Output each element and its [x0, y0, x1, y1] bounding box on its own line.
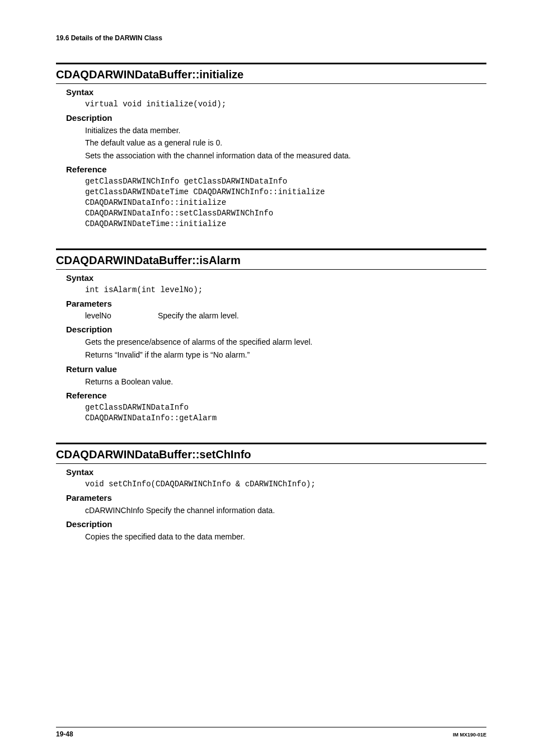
subhead-reference: Reference [66, 163, 486, 175]
section-gap [56, 229, 486, 243]
text-line: Gets the presence/absence of alarms of t… [85, 337, 486, 348]
subhead-parameters: Parameters [66, 492, 486, 504]
body-paragraph: Gets the presence/absence of alarms of t… [85, 337, 486, 360]
section-rule-heavy [56, 63, 486, 64]
body-paragraph: cDARWINChInfo Specify the channel inform… [85, 505, 486, 516]
parameter-row: levelNo Specify the alarm level. [85, 311, 486, 322]
code-block: getClassDARWINDataInfo CDAQDARWINDataInf… [85, 402, 486, 424]
text-line: Returns “Invalid” if the alarm type is “… [85, 350, 486, 361]
subhead-description: Description [66, 323, 486, 335]
code-block: int isAlarm(int levelNo); [85, 285, 486, 295]
body-paragraph: Copies the specified data to the data me… [85, 532, 486, 543]
section-rule-light [56, 269, 486, 270]
text-line: cDARWINChInfo Specify the channel inform… [85, 505, 486, 516]
section-rule-heavy [56, 443, 486, 444]
subhead-return-value: Return value [66, 363, 486, 375]
text-line: Sets the association with the channel in… [85, 151, 486, 162]
subhead-syntax: Syntax [66, 86, 486, 98]
code-block: getClassDARWINChInfo getClassDARWINDataI… [85, 176, 486, 229]
code-block: virtual void initialize(void); [85, 99, 486, 110]
text-line: Returns a Boolean value. [85, 377, 486, 388]
subhead-reference: Reference [66, 389, 486, 401]
body-paragraph: Returns a Boolean value. [85, 377, 486, 388]
section-gap [56, 424, 486, 437]
page-footer: 19-48 IM MX190-01E [56, 727, 486, 739]
running-head: 19.6 Details of the DARWIN Class [56, 34, 486, 43]
subhead-parameters: Parameters [66, 298, 486, 309]
doc-id: IM MX190-01E [453, 731, 486, 739]
subhead-description: Description [66, 518, 486, 530]
page-number: 19-48 [56, 730, 73, 739]
page-container: 19.6 Details of the DARWIN Class CDAQDAR… [0, 0, 534, 756]
subhead-syntax: Syntax [66, 272, 486, 284]
section-rule-light [56, 83, 486, 84]
subhead-description: Description [66, 112, 486, 124]
code-block: void setChInfo(CDAQDARWINChInfo & cDARWI… [85, 479, 486, 490]
text-line: The default value as a general rule is 0… [85, 138, 486, 149]
text-line: Copies the specified data to the data me… [85, 532, 486, 543]
parameter-name: levelNo [85, 311, 158, 322]
section-title: CDAQDARWINDataBuffer::isAlarm [56, 252, 486, 268]
text-line: Initializes the data member. [85, 125, 486, 137]
section-title: CDAQDARWINDataBuffer::setChInfo [56, 447, 486, 462]
section-title: CDAQDARWINDataBuffer::initialize [56, 67, 486, 82]
subhead-syntax: Syntax [66, 466, 486, 478]
parameter-description: Specify the alarm level. [158, 311, 239, 322]
section-rule-heavy [56, 248, 486, 250]
section-rule-light [56, 463, 486, 464]
body-paragraph: Initializes the data member. The default… [85, 125, 486, 162]
